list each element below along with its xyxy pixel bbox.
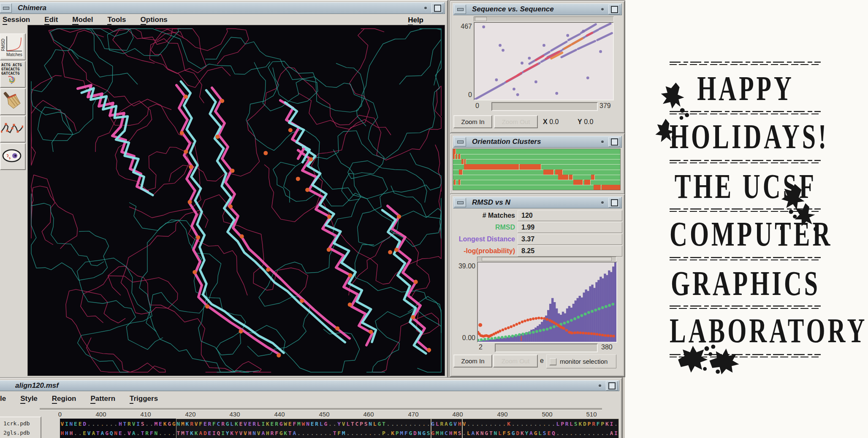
maximize-button[interactable] [608,198,620,208]
maximize-button[interactable] [606,381,618,391]
align-scroll-groove[interactable] [40,408,602,410]
alignment-region-box-3[interactable] [462,419,619,438]
align-titlebar[interactable]: align120.msf [0,380,619,391]
zoom-in-button[interactable]: Zoom In [453,354,492,368]
menu-pattern[interactable]: Pattern [90,395,115,403]
chimera-toolbar: RMSDMatchesACTG ACTGGTACACTGGATCACTG [0,33,25,173]
svg-text:Matches: Matches [6,52,22,57]
orientation-clusters-window: Orientation Clusters [450,133,625,195]
scroll-thumb[interactable] [475,17,487,21]
backbone-trace-tool-icon[interactable] [0,116,26,143]
window-title: Orientation Clusters [472,138,541,146]
minimize-button[interactable] [0,3,12,13]
menu-help[interactable]: Help [408,16,423,24]
minimize-button[interactable] [454,5,466,14]
menu-model[interactable]: Model [72,16,93,24]
maximize-icon [608,382,616,389]
scroll-thumb[interactable] [482,257,612,261]
cluster-bar-segment[interactable] [573,180,583,185]
alignment-canvas[interactable]: VINEED.......HTRVIS..MEKGGNMKRVFERFCRGLK… [60,419,619,438]
window-dot-button[interactable] [422,5,429,11]
cluster-bar-segment[interactable] [520,164,541,169]
cluster-bar-segment[interactable] [458,180,461,185]
menu-tools[interactable]: Tools [107,16,126,24]
sequence-name-2[interactable]: 2gls.pdb [3,430,30,436]
alignment-region-box-2[interactable] [431,419,463,438]
minimize-button[interactable] [454,198,466,207]
sequence-alignment-tool-icon[interactable]: ACTG ACTGGTACACTGGATCACTG [0,61,26,88]
sequence-name-1[interactable]: 1crk.pdb [3,420,30,427]
cluster-bar-segment[interactable] [591,175,595,180]
x-coord-label: X 0.0 [543,118,559,126]
window-title: Chimera [18,4,46,12]
menu-session[interactable]: Session [3,16,30,24]
alignment-window: align120.msf leStyleRegionPatternTrigger… [0,378,622,438]
cluster-bar-segment[interactable] [558,175,569,180]
window-dot-button[interactable] [599,139,606,145]
rmsd-plot-tool-icon[interactable]: RMSDMatches [0,33,26,60]
ruler-label-420: 420 [185,411,195,418]
dotplot-h-scrollbar[interactable] [474,16,614,22]
chimera-titlebar[interactable]: Chimera [0,2,445,14]
sequence-dotplot[interactable] [474,22,614,100]
ruler-label-410: 410 [140,411,151,418]
minimize-button[interactable] [454,137,466,146]
zoom-out-button[interactable]: Zoom Out [493,354,538,368]
zoom-in-button[interactable]: Zoom In [453,115,492,128]
chimera-menubar: SessionEditModelToolsOptions [3,15,182,25]
zoom-out-button[interactable]: Zoom Out [494,115,538,128]
cluster-bar-segment[interactable] [584,180,591,185]
menu-options[interactable]: Options [141,16,168,24]
cluster-bar-segment[interactable] [464,159,466,164]
x-coord-value: 0.0 [549,118,559,125]
molecule-canvas[interactable] [27,25,445,376]
y-max-label: 39.00 [453,262,475,270]
window-dot-button[interactable] [599,6,606,12]
rmsd-titlebar[interactable]: RMSD vs N [453,197,622,208]
maximize-button[interactable] [608,137,620,147]
x-axis-trough[interactable] [495,343,598,352]
cluster-bar-segment[interactable] [464,164,520,169]
cluster-bar-segment[interactable] [459,170,463,175]
window-title: RMSD vs N [472,198,510,207]
cluster-bars[interactable] [453,149,621,190]
menu-triggers[interactable]: Triggers [130,395,158,403]
rmsd-histogram-plot[interactable] [477,262,617,343]
seqseq-titlebar[interactable]: Sequence vs. Sequence [453,3,622,15]
ruler-label-460: 460 [363,411,374,418]
cluster-bar-segment[interactable] [555,170,563,175]
cluster-bar-segment[interactable] [594,185,602,190]
svg-text:RMSD: RMSD [1,39,5,51]
rmsd-stats-table: # Matches120RMSD1.99Longest Distance3.37… [452,210,621,258]
rmsd-vs-n-window: RMSD vs N # Matches120RMSD1.99Longest Di… [450,194,625,377]
menu-style[interactable]: Style [20,395,38,403]
rmsd-h-scrollbar[interactable] [477,257,616,262]
x-axis-trough[interactable] [491,102,598,111]
cluster-bar-segment[interactable] [454,180,456,185]
cell-viewer-tool-icon[interactable] [0,143,26,170]
stat-value-3: 3.37 [518,234,622,245]
cluster-bar-segment[interactable] [543,170,554,175]
menu-le[interactable]: le [0,395,6,403]
cluster-bar-segment[interactable] [453,154,455,159]
cluster-bar-segment[interactable] [461,159,464,164]
menu-region[interactable]: Region [52,395,76,403]
minimize-icon [457,8,464,11]
ruler-label-510: 510 [586,411,597,418]
cluster-bar-segment[interactable] [453,149,456,154]
window-dot-button[interactable] [597,383,603,389]
cluster-bar-segment[interactable] [602,185,621,190]
maximize-button[interactable] [608,5,620,14]
window-dot-button[interactable] [599,200,606,205]
cluster-bar-segment[interactable] [569,175,573,180]
broom-tool-icon[interactable] [0,88,26,115]
maximize-button[interactable] [431,3,443,13]
menu-edit[interactable]: Edit [44,16,58,24]
alignment-region-box-1[interactable] [176,419,431,438]
cluster-bar-segment[interactable] [458,154,461,159]
cluster-bar-segment[interactable] [456,154,458,159]
chimera-window: Chimera SessionEditModelToolsOptions Hel… [0,0,448,381]
monitor-selection-checkbox[interactable] [550,358,556,365]
stat-label-4: -log(probability) [452,247,515,255]
clusters-titlebar[interactable]: Orientation Clusters [453,136,622,148]
